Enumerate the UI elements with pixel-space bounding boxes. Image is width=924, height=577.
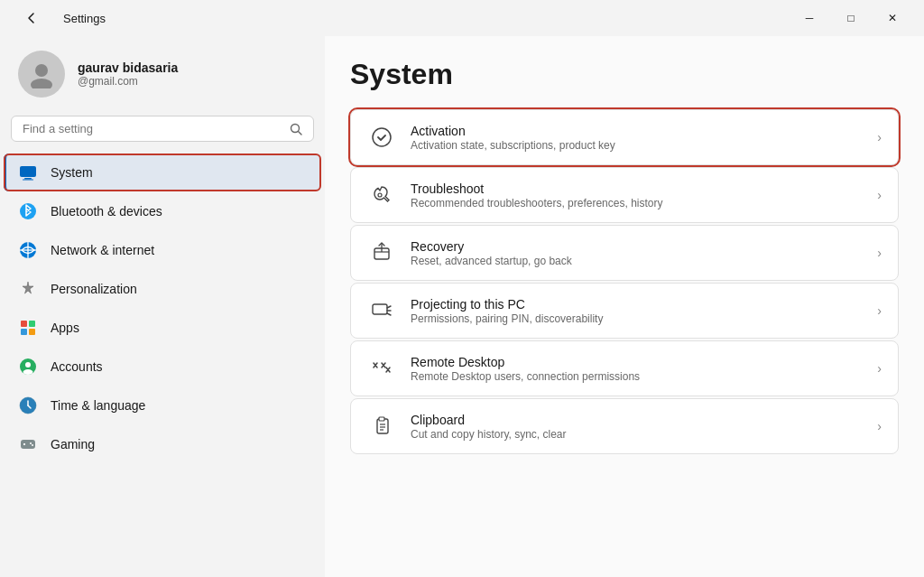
- svg-rect-11: [21, 321, 27, 327]
- title-bar: Settings ─ □ ✕: [0, 0, 924, 36]
- bluetooth-icon: [18, 201, 38, 221]
- sidebar-item-accounts[interactable]: Accounts: [4, 348, 321, 386]
- recovery-desc: Reset, advanced startup, go back: [411, 255, 863, 267]
- svg-rect-14: [29, 329, 35, 335]
- gaming-icon: [18, 434, 38, 454]
- recovery-icon: [367, 238, 396, 267]
- troubleshoot-icon: [367, 181, 396, 209]
- window-controls: ─ □ ✕: [789, 4, 913, 33]
- app-body: gaurav bidasaria @gmail.com: [0, 36, 924, 577]
- svg-rect-13: [21, 329, 27, 335]
- svg-point-1: [31, 79, 52, 88]
- remote-chevron: ›: [877, 361, 882, 376]
- svg-point-0: [35, 64, 48, 77]
- clipboard-title: Clipboard: [411, 413, 863, 427]
- remote-title: Remote Desktop: [411, 355, 863, 369]
- clipboard-icon: [367, 412, 396, 441]
- svg-line-34: [387, 313, 391, 315]
- projecting-chevron: ›: [877, 303, 882, 318]
- clipboard-desc: Cut and copy history, sync, clear: [411, 428, 863, 441]
- projecting-desc: Permissions, pairing PIN, discoverabilit…: [411, 312, 863, 325]
- user-email: @gmail.com: [78, 75, 178, 88]
- sidebar-item-personalization-label: Personalization: [51, 282, 137, 296]
- activation-chevron: ›: [877, 130, 882, 144]
- settings-list: Activation Activation state, subscriptio…: [350, 109, 899, 454]
- content-area: System Activation Activation state, subs…: [325, 36, 924, 577]
- sidebar-item-system-label: System: [51, 165, 93, 180]
- troubleshoot-desc: Recommended troubleshooters, preferences…: [411, 197, 863, 209]
- clipboard-chevron: ›: [877, 419, 882, 433]
- sidebar-item-bluetooth[interactable]: Bluetooth & devices: [4, 192, 321, 230]
- avatar: [18, 51, 65, 98]
- svg-point-28: [378, 193, 382, 197]
- settings-item-remote[interactable]: Remote Desktop Remote Desktop users, con…: [350, 340, 899, 396]
- activation-desc: Activation state, subscriptions, product…: [411, 139, 863, 152]
- activation-icon: [367, 123, 396, 152]
- sidebar-item-personalization[interactable]: Personalization: [4, 270, 321, 308]
- troubleshoot-title: Troubleshoot: [411, 181, 863, 196]
- troubleshoot-chevron: ›: [877, 188, 882, 202]
- sidebar-item-network[interactable]: Network & internet: [4, 231, 321, 269]
- system-icon: [18, 163, 38, 182]
- apps-icon: [18, 318, 38, 338]
- search-box[interactable]: [11, 116, 314, 142]
- svg-rect-5: [24, 178, 32, 180]
- troubleshoot-text: Troubleshoot Recommended troubleshooters…: [411, 181, 863, 209]
- svg-point-25: [30, 442, 32, 444]
- sidebar-item-apps[interactable]: Apps: [4, 309, 321, 347]
- svg-line-3: [299, 131, 302, 135]
- svg-rect-4: [20, 166, 36, 177]
- sidebar-item-apps-label: Apps: [51, 321, 79, 335]
- svg-rect-36: [379, 417, 384, 421]
- app-title: Settings: [63, 12, 106, 25]
- activation-text: Activation Activation state, subscriptio…: [411, 124, 863, 152]
- network-icon: [18, 240, 38, 260]
- recovery-chevron: ›: [877, 246, 882, 260]
- accounts-icon: [18, 357, 38, 377]
- title-bar-left: Settings: [11, 4, 106, 33]
- user-name: gaurav bidasaria: [78, 60, 178, 75]
- svg-rect-31: [373, 304, 387, 314]
- sidebar: gaurav bidasaria @gmail.com: [0, 36, 325, 577]
- maximize-button[interactable]: □: [830, 4, 872, 33]
- sidebar-item-system[interactable]: System: [4, 154, 321, 191]
- sidebar-item-gaming-label: Gaming: [51, 437, 95, 451]
- page-title: System: [350, 58, 899, 91]
- search-icon: [290, 123, 302, 135]
- close-button[interactable]: ✕: [872, 4, 913, 33]
- remote-icon: [367, 354, 396, 383]
- activation-title: Activation: [411, 124, 863, 138]
- settings-item-troubleshoot[interactable]: Troubleshoot Recommended troubleshooters…: [350, 167, 899, 223]
- svg-rect-22: [21, 440, 35, 449]
- recovery-title: Recovery: [411, 239, 863, 254]
- sidebar-item-gaming[interactable]: Gaming: [4, 425, 321, 463]
- svg-rect-12: [29, 321, 35, 327]
- personalization-icon: [18, 279, 38, 299]
- svg-point-17: [23, 369, 33, 375]
- svg-point-27: [373, 128, 391, 146]
- sidebar-item-time[interactable]: Time & language: [4, 386, 321, 424]
- settings-item-projecting[interactable]: Projecting to this PC Permissions, pairi…: [350, 283, 899, 339]
- projecting-text: Projecting to this PC Permissions, pairi…: [411, 297, 863, 325]
- nav-list: System Bluetooth & devices: [0, 153, 325, 464]
- recovery-text: Recovery Reset, advanced startup, go bac…: [411, 239, 863, 267]
- svg-rect-6: [23, 180, 33, 181]
- sidebar-item-network-label: Network & internet: [51, 243, 154, 257]
- projecting-icon: [367, 296, 396, 325]
- search-input[interactable]: [23, 122, 282, 135]
- remote-desc: Remote Desktop users, connection permiss…: [411, 370, 863, 383]
- user-info: gaurav bidasaria @gmail.com: [78, 60, 178, 88]
- settings-item-clipboard[interactable]: Clipboard Cut and copy history, sync, cl…: [350, 398, 899, 454]
- sidebar-item-accounts-label: Accounts: [51, 359, 103, 374]
- time-icon: [18, 396, 38, 415]
- sidebar-item-time-label: Time & language: [51, 398, 145, 413]
- sidebar-item-bluetooth-label: Bluetooth & devices: [51, 204, 162, 219]
- settings-item-activation[interactable]: Activation Activation state, subscriptio…: [350, 109, 899, 165]
- projecting-title: Projecting to this PC: [411, 297, 863, 312]
- user-section: gaurav bidasaria @gmail.com: [0, 36, 325, 116]
- back-button[interactable]: [11, 4, 52, 33]
- svg-point-26: [32, 444, 33, 446]
- remote-text: Remote Desktop Remote Desktop users, con…: [411, 355, 863, 383]
- minimize-button[interactable]: ─: [789, 4, 830, 33]
- settings-item-recovery[interactable]: Recovery Reset, advanced startup, go bac…: [350, 225, 899, 281]
